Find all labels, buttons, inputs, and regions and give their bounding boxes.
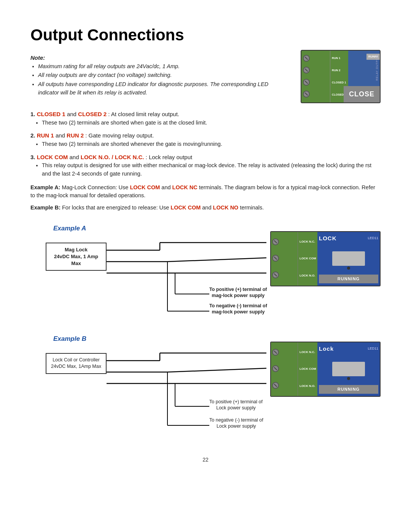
svg-line-15 xyxy=(167,368,266,372)
item2-and: and xyxy=(56,132,67,139)
note-label: Note: xyxy=(30,54,45,61)
item3-rest: : Lock relay output xyxy=(146,154,193,160)
example-a-diagram: Example A Mag Lock24vDC Max, 1 Amp Max L… xyxy=(30,220,381,326)
item2-rest: : Gate moving relay output. xyxy=(85,132,154,139)
screw-lockcom-a xyxy=(272,255,279,262)
example-a-device-box: Mag Lock24vDC Max, 1 Amp Max xyxy=(46,243,107,271)
example-a-section-label: Example A xyxy=(53,224,86,233)
item1-and: and xyxy=(67,111,78,117)
example-a-section: Example A Mag Lock24vDC Max, 1 Amp Max L… xyxy=(30,220,381,326)
page-number: 22 xyxy=(30,456,381,464)
example-a-para: Example A: Mag-Lock Connection: Use LOCK… xyxy=(30,184,381,200)
example-a-lock-dot xyxy=(347,267,350,270)
relay-terminals-col xyxy=(301,51,330,102)
example-a-blue-area: LOCK LED11 RUNNING xyxy=(317,232,380,286)
example-a-text1: Mag-Lock Connection: Use xyxy=(62,184,130,190)
note-bullet-3: All outputs have corresponding LED indic… xyxy=(38,80,289,97)
example-a-lockcom: LOCK COM xyxy=(130,184,160,190)
item2-sub-1: These two (2) terminals are shorted when… xyxy=(42,140,381,149)
item1-rest: : At closed limit relay output. xyxy=(108,111,179,117)
item1-closed2: CLOSED 2 xyxy=(78,111,107,117)
example-b-and: and xyxy=(202,204,213,211)
example-a-led-label: LED11 xyxy=(368,236,378,241)
example-a-lock-board: LOCK N.C. LOCK COM LOCK N.O. LOCK LED11 … xyxy=(270,231,381,286)
screw-closed1 xyxy=(303,79,310,86)
screw-lockno-b xyxy=(272,382,279,389)
example-a-and: and xyxy=(161,184,172,190)
example-b-label: Example B: xyxy=(30,204,61,211)
example-b-lock-dot xyxy=(347,377,350,380)
example-b-device-label: Lock Coil or Controller24vDC Max, 1Amp M… xyxy=(51,357,101,369)
item2-sub: These two (2) terminals are shorted when… xyxy=(42,140,381,149)
label-lockcom-a: LOCK COM xyxy=(299,256,317,261)
example-a-terminals xyxy=(271,232,298,286)
example-b-para: Example B: For locks that are energized … xyxy=(30,204,381,212)
example-b-lock-board: LOCK N.C. LOCK COM LOCK N.O. Lock LED11 … xyxy=(270,342,381,397)
note-text: Note: Maximum rating for all relay outpu… xyxy=(30,54,289,103)
item1-closed1: CLOSED 1 xyxy=(37,111,65,117)
item2-run1: RUN 1 xyxy=(37,132,54,139)
note-bullet-1: Maximum rating for all relay outputs are… xyxy=(38,62,289,71)
item1-sub-1: These two (2) terminals are shorted when… xyxy=(42,119,381,127)
example-b-section-label: Example B xyxy=(53,334,86,344)
example-b-diagram: Example B Lock Coil or Controller24vDC M… xyxy=(30,330,381,441)
relay-diagram: RUN 1 RUN 2 CLOSED 1 CLOSED 2 RUNNI RELA… xyxy=(301,50,381,103)
note-bullets: Maximum rating for all relay outputs are… xyxy=(38,62,289,97)
label-locknc-b: LOCK N.C. xyxy=(299,350,317,355)
svg-line-4 xyxy=(167,258,266,262)
screw-closed2 xyxy=(303,91,310,97)
relay-board: RUN 1 RUN 2 CLOSED 1 CLOSED 2 RUNNI RELA… xyxy=(301,50,381,103)
item1-sub: These two (2) terminals are shorted when… xyxy=(42,119,381,127)
screw-locknc-b xyxy=(272,349,279,356)
screw-locknc-a xyxy=(272,238,279,245)
screw-run1 xyxy=(303,55,310,62)
item3-number: 3. xyxy=(30,154,35,160)
example-a-pos-label: To positive (+) terminal ofmag-lock powe… xyxy=(209,286,267,299)
label-lockno-b: LOCK N.O. xyxy=(299,384,317,388)
example-b-lock-labels: LOCK N.C. LOCK COM LOCK N.O. xyxy=(298,342,317,396)
example-a-device-label: Mag Lock24vDC Max, 1 Amp Max xyxy=(54,247,98,266)
label-lockcom-b: LOCK COM xyxy=(299,367,317,371)
example-b-text2: terminals. xyxy=(240,204,264,211)
note-bullet-2: All relay outputs are dry contact (no vo… xyxy=(38,71,289,80)
page-title: Output Connections xyxy=(30,23,381,47)
example-a-locknc: LOCK NC xyxy=(172,184,198,190)
item3-sub-1: This relay output is designed for use wi… xyxy=(42,161,381,178)
example-b-section: Example B Lock Coil or Controller24vDC M… xyxy=(30,330,381,441)
screw-run2 xyxy=(303,67,310,73)
example-b-lockno: LOCK NO xyxy=(213,204,239,211)
item3-and: and xyxy=(70,154,81,160)
relay-label-run2: RUN 2 xyxy=(331,68,347,72)
example-b-text1: For locks that are energized to release:… xyxy=(62,204,170,211)
relay-label-closed1: CLOSED 1 xyxy=(331,80,347,85)
note-section: Note: Maximum rating for all relay outpu… xyxy=(30,54,381,103)
example-b-pos-label: To positive (+) terminal ofLock power su… xyxy=(209,399,263,411)
item3-sub: This relay output is designed for use wi… xyxy=(42,161,381,178)
example-a-lock-badge: LOCK xyxy=(319,234,337,243)
example-b-led-label: LED11 xyxy=(368,346,378,351)
list-item-1: 1. CLOSED 1 and CLOSED 2 : At closed lim… xyxy=(30,110,381,127)
item1-number: 1. xyxy=(30,111,35,117)
example-a-running-badge: RUNNING xyxy=(319,275,378,283)
example-b-running-badge: RUNNING xyxy=(319,385,378,394)
list-item-3: 3. LOCK COM and LOCK N.O. / LOCK N.C. : … xyxy=(30,153,381,178)
label-locknc-a: LOCK N.C. xyxy=(299,240,317,244)
example-a-neg-label: To negative (-) terminal ofmag-lock powe… xyxy=(209,303,267,315)
example-b-lock-strip xyxy=(332,362,365,376)
relay-blue-area: RUNNI RELAY OUTPUTS CLOSE xyxy=(348,51,380,102)
example-b-lockcom: LOCK COM xyxy=(170,204,201,211)
example-a-lock-labels: LOCK N.C. LOCK COM LOCK N.O. xyxy=(298,232,317,286)
screw-lockno-a xyxy=(272,272,279,278)
item2-number: 2. xyxy=(30,132,35,139)
item2-run2: RUN 2 xyxy=(67,132,84,139)
screw-lockcom-b xyxy=(272,365,279,372)
example-a-label: Example A: xyxy=(30,184,60,190)
item3-lockno: LOCK N.O. / LOCK N.C. xyxy=(81,154,144,160)
relay-label-run1: RUN 1 xyxy=(331,56,347,60)
relay-outputs-label: RELAY OUTPUTS xyxy=(375,54,379,81)
example-b-blue-area: Lock LED11 RUNNING xyxy=(317,342,380,396)
label-lockno-a: LOCK N.O. xyxy=(299,273,317,278)
example-b-device-box: Lock Coil or Controller24vDC Max, 1Amp M… xyxy=(46,353,107,374)
example-b-neg-label: To negative (-) terminal ofLock power su… xyxy=(209,417,263,430)
numbered-list: 1. CLOSED 1 and CLOSED 2 : At closed lim… xyxy=(30,110,381,178)
